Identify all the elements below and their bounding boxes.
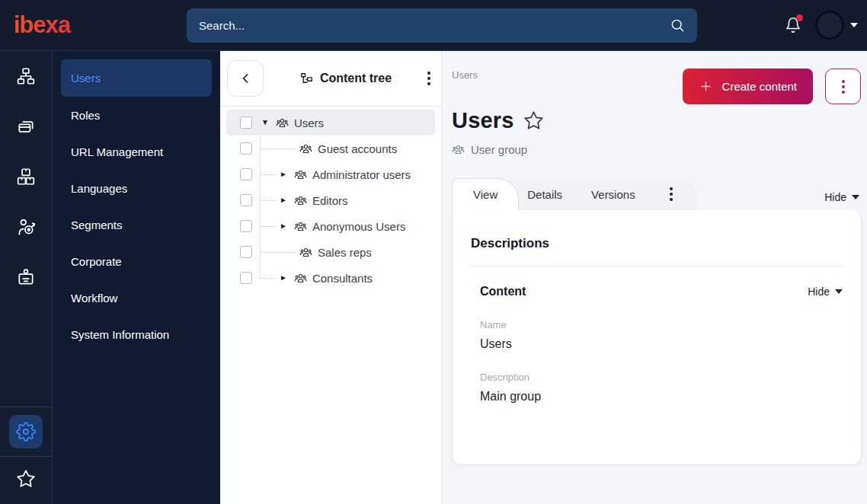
tab-view[interactable]: View	[452, 178, 519, 210]
content-heading: Content	[480, 285, 526, 298]
tree-item-guest-accounts[interactable]: Guest accounts	[226, 136, 435, 161]
tree-item-checkbox[interactable]	[240, 168, 252, 180]
sidebar-item-url-management[interactable]: URL Management	[53, 133, 220, 170]
tree-item-checkbox[interactable]	[240, 194, 252, 206]
tree-item-label: Guest accounts	[318, 142, 397, 155]
user-group-icon	[299, 142, 312, 155]
more-options-button[interactable]	[825, 69, 861, 104]
tree-item-checkbox[interactable]	[240, 220, 252, 232]
field-label-name: Name	[480, 319, 843, 330]
sidebar-item-workflow[interactable]: Workflow	[53, 279, 220, 316]
user-group-icon	[294, 272, 307, 285]
main-content: Users Create content Users User group Vi…	[442, 51, 867, 504]
star-icon[interactable]	[0, 457, 53, 501]
tree-item-checkbox[interactable]	[240, 272, 252, 284]
admin-menu: Users Roles URL Management Languages Seg…	[53, 51, 220, 504]
content-type-label: User group	[471, 143, 527, 156]
tree-item-label: Users	[294, 116, 324, 129]
user-avatar[interactable]	[815, 11, 844, 40]
id-badge-icon[interactable]	[0, 252, 53, 302]
expand-caret-icon[interactable]: ►	[280, 171, 287, 178]
tree-connector-line	[260, 226, 276, 227]
sidebar-item-roles[interactable]: Roles	[53, 97, 220, 133]
content-tree-title: Content tree	[320, 72, 392, 85]
chevron-down-icon	[835, 289, 843, 294]
field-value-name: Users	[480, 337, 843, 351]
tree-item-label: Editors	[312, 194, 348, 207]
sidebar-item-segments[interactable]: Segments	[53, 206, 220, 243]
global-search[interactable]	[187, 8, 697, 43]
sidebar-item-users[interactable]: Users	[61, 59, 212, 97]
kebab-icon	[670, 187, 673, 201]
tree-item-label: Sales reps	[318, 246, 372, 259]
pages-icon[interactable]	[0, 101, 53, 152]
personalization-icon[interactable]	[0, 202, 53, 252]
expand-caret-icon[interactable]: ►	[280, 274, 287, 282]
tree-connector-line	[260, 148, 295, 149]
hide-tabs-toggle[interactable]: Hide	[824, 191, 859, 203]
card-divider	[471, 266, 843, 266]
settings-gear-icon[interactable]	[9, 415, 43, 448]
descriptions-card: Descriptions Content Hide Name Users Des…	[452, 210, 862, 465]
search-input[interactable]	[199, 19, 670, 32]
topbar: ibexa	[0, 0, 867, 51]
tree-item-anonymous-users[interactable]: ► Anonymous Users	[226, 213, 435, 239]
tree-item-checkbox[interactable]	[240, 116, 252, 129]
rail-divider	[0, 407, 53, 407]
ibexa-logo: ibexa	[14, 11, 166, 39]
plus-icon	[699, 79, 713, 94]
tree-item-checkbox[interactable]	[240, 142, 252, 155]
sidebar-item-system-information[interactable]: System Information	[53, 316, 220, 352]
content-tree-icon	[299, 72, 314, 86]
tree-connector-line	[260, 174, 276, 175]
user-group-icon	[276, 116, 289, 129]
title-row: Users	[452, 108, 862, 133]
tree-connector-line	[260, 252, 295, 253]
tabs-row: View Details Versions Hide	[452, 178, 862, 210]
collapse-caret-icon[interactable]: ▼	[261, 119, 269, 126]
tree-connector-line	[260, 278, 276, 279]
descriptions-heading: Descriptions	[471, 236, 843, 251]
expand-caret-icon[interactable]: ►	[280, 222, 287, 230]
tree-item-checkbox[interactable]	[240, 246, 252, 258]
search-icon[interactable]	[670, 18, 685, 33]
tree-item-label: Anonymous Users	[312, 220, 406, 233]
user-group-icon	[452, 143, 465, 156]
tree-item-label: Consultants	[312, 272, 373, 285]
user-menu-chevron-down-icon[interactable]	[850, 23, 858, 27]
expand-caret-icon[interactable]: ►	[280, 196, 287, 204]
tree-item-users[interactable]: ▼ Users	[226, 110, 435, 136]
notifications-bell-icon[interactable]	[785, 17, 801, 33]
hide-section-toggle[interactable]: Hide	[808, 285, 843, 298]
sidebar-item-languages[interactable]: Languages	[53, 170, 220, 206]
create-content-label: Create content	[722, 80, 797, 93]
content-tree-body: ▼ Users Guest accounts ► Administrator u…	[220, 107, 441, 291]
kebab-icon	[842, 80, 845, 94]
bookmark-star-icon[interactable]	[523, 110, 544, 131]
tree-item-label: Administrator users	[312, 168, 411, 181]
tree-connector-line	[260, 200, 276, 201]
chevron-down-icon	[852, 195, 859, 199]
sitemap-icon[interactable]	[0, 51, 53, 101]
rail-bottom	[0, 407, 53, 504]
collapse-tree-button[interactable]	[227, 60, 264, 97]
content-type-row: User group	[452, 143, 862, 156]
create-content-button[interactable]: Create content	[683, 69, 813, 104]
content-tree-panel: Content tree ▼ Users Guest accounts ► Ad…	[220, 51, 442, 504]
tab-versions[interactable]: Versions	[571, 178, 656, 210]
topbar-right	[785, 11, 867, 40]
user-group-icon	[294, 168, 307, 181]
content-section-head: Content Hide	[480, 285, 843, 298]
sidebar-item-corporate[interactable]: Corporate	[53, 243, 220, 279]
content-tree-title-wrap: Content tree	[264, 72, 427, 86]
module-rail	[0, 51, 53, 504]
tree-options-kebab-icon[interactable]	[427, 72, 430, 85]
user-group-icon	[294, 220, 307, 233]
tree-item-administrator-users[interactable]: ► Administrator users	[226, 161, 435, 187]
tree-item-sales-reps[interactable]: Sales reps	[226, 239, 435, 265]
products-icon[interactable]	[0, 152, 53, 202]
tree-item-consultants[interactable]: ► Consultants	[226, 265, 435, 291]
field-value-description: Main group	[480, 390, 843, 404]
tree-item-editors[interactable]: ► Editors	[226, 187, 435, 213]
notification-dot	[796, 14, 803, 21]
